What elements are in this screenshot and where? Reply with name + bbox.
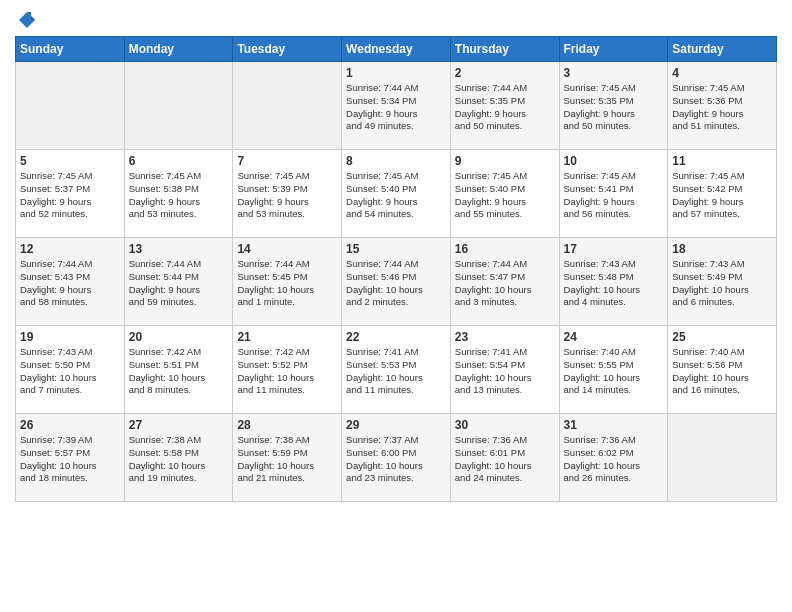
day-of-week-header: Sunday bbox=[16, 37, 125, 62]
day-info: Sunrise: 7:39 AM Sunset: 5:57 PM Dayligh… bbox=[20, 434, 120, 485]
day-number: 2 bbox=[455, 66, 555, 80]
calendar-cell: 22Sunrise: 7:41 AM Sunset: 5:53 PM Dayli… bbox=[342, 326, 451, 414]
day-info: Sunrise: 7:44 AM Sunset: 5:43 PM Dayligh… bbox=[20, 258, 120, 309]
calendar-cell: 10Sunrise: 7:45 AM Sunset: 5:41 PM Dayli… bbox=[559, 150, 668, 238]
page: SundayMondayTuesdayWednesdayThursdayFrid… bbox=[0, 0, 792, 612]
day-info: Sunrise: 7:45 AM Sunset: 5:40 PM Dayligh… bbox=[346, 170, 446, 221]
calendar-cell: 14Sunrise: 7:44 AM Sunset: 5:45 PM Dayli… bbox=[233, 238, 342, 326]
day-number: 14 bbox=[237, 242, 337, 256]
day-number: 28 bbox=[237, 418, 337, 432]
calendar-cell: 31Sunrise: 7:36 AM Sunset: 6:02 PM Dayli… bbox=[559, 414, 668, 502]
calendar-week-row: 26Sunrise: 7:39 AM Sunset: 5:57 PM Dayli… bbox=[16, 414, 777, 502]
header bbox=[15, 10, 777, 30]
day-number: 13 bbox=[129, 242, 229, 256]
day-number: 1 bbox=[346, 66, 446, 80]
calendar-header: SundayMondayTuesdayWednesdayThursdayFrid… bbox=[16, 37, 777, 62]
logo bbox=[15, 10, 37, 30]
day-of-week-header: Saturday bbox=[668, 37, 777, 62]
day-number: 4 bbox=[672, 66, 772, 80]
day-info: Sunrise: 7:38 AM Sunset: 5:59 PM Dayligh… bbox=[237, 434, 337, 485]
day-info: Sunrise: 7:36 AM Sunset: 6:01 PM Dayligh… bbox=[455, 434, 555, 485]
calendar-week-row: 12Sunrise: 7:44 AM Sunset: 5:43 PM Dayli… bbox=[16, 238, 777, 326]
calendar-cell: 25Sunrise: 7:40 AM Sunset: 5:56 PM Dayli… bbox=[668, 326, 777, 414]
day-number: 23 bbox=[455, 330, 555, 344]
day-info: Sunrise: 7:45 AM Sunset: 5:37 PM Dayligh… bbox=[20, 170, 120, 221]
day-number: 22 bbox=[346, 330, 446, 344]
day-number: 20 bbox=[129, 330, 229, 344]
calendar-cell: 23Sunrise: 7:41 AM Sunset: 5:54 PM Dayli… bbox=[450, 326, 559, 414]
day-info: Sunrise: 7:41 AM Sunset: 5:53 PM Dayligh… bbox=[346, 346, 446, 397]
day-of-week-header: Thursday bbox=[450, 37, 559, 62]
day-number: 8 bbox=[346, 154, 446, 168]
calendar-cell: 26Sunrise: 7:39 AM Sunset: 5:57 PM Dayli… bbox=[16, 414, 125, 502]
calendar-cell: 2Sunrise: 7:44 AM Sunset: 5:35 PM Daylig… bbox=[450, 62, 559, 150]
day-number: 19 bbox=[20, 330, 120, 344]
day-info: Sunrise: 7:41 AM Sunset: 5:54 PM Dayligh… bbox=[455, 346, 555, 397]
day-number: 26 bbox=[20, 418, 120, 432]
calendar-cell bbox=[16, 62, 125, 150]
calendar-cell: 3Sunrise: 7:45 AM Sunset: 5:35 PM Daylig… bbox=[559, 62, 668, 150]
calendar-cell: 30Sunrise: 7:36 AM Sunset: 6:01 PM Dayli… bbox=[450, 414, 559, 502]
calendar-cell: 5Sunrise: 7:45 AM Sunset: 5:37 PM Daylig… bbox=[16, 150, 125, 238]
day-number: 31 bbox=[564, 418, 664, 432]
day-info: Sunrise: 7:45 AM Sunset: 5:41 PM Dayligh… bbox=[564, 170, 664, 221]
day-number: 18 bbox=[672, 242, 772, 256]
logo-icon bbox=[17, 10, 37, 30]
day-number: 5 bbox=[20, 154, 120, 168]
calendar-body: 1Sunrise: 7:44 AM Sunset: 5:34 PM Daylig… bbox=[16, 62, 777, 502]
day-of-week-header: Friday bbox=[559, 37, 668, 62]
calendar-cell bbox=[668, 414, 777, 502]
calendar-week-row: 19Sunrise: 7:43 AM Sunset: 5:50 PM Dayli… bbox=[16, 326, 777, 414]
calendar-cell: 19Sunrise: 7:43 AM Sunset: 5:50 PM Dayli… bbox=[16, 326, 125, 414]
calendar-cell: 18Sunrise: 7:43 AM Sunset: 5:49 PM Dayli… bbox=[668, 238, 777, 326]
day-number: 9 bbox=[455, 154, 555, 168]
calendar-cell: 12Sunrise: 7:44 AM Sunset: 5:43 PM Dayli… bbox=[16, 238, 125, 326]
day-number: 15 bbox=[346, 242, 446, 256]
calendar-cell bbox=[124, 62, 233, 150]
day-info: Sunrise: 7:45 AM Sunset: 5:39 PM Dayligh… bbox=[237, 170, 337, 221]
day-info: Sunrise: 7:37 AM Sunset: 6:00 PM Dayligh… bbox=[346, 434, 446, 485]
day-of-week-header: Wednesday bbox=[342, 37, 451, 62]
day-number: 3 bbox=[564, 66, 664, 80]
calendar-table: SundayMondayTuesdayWednesdayThursdayFrid… bbox=[15, 36, 777, 502]
day-info: Sunrise: 7:44 AM Sunset: 5:47 PM Dayligh… bbox=[455, 258, 555, 309]
day-number: 27 bbox=[129, 418, 229, 432]
day-info: Sunrise: 7:43 AM Sunset: 5:48 PM Dayligh… bbox=[564, 258, 664, 309]
day-info: Sunrise: 7:44 AM Sunset: 5:46 PM Dayligh… bbox=[346, 258, 446, 309]
day-number: 30 bbox=[455, 418, 555, 432]
calendar-cell: 16Sunrise: 7:44 AM Sunset: 5:47 PM Dayli… bbox=[450, 238, 559, 326]
calendar-cell: 13Sunrise: 7:44 AM Sunset: 5:44 PM Dayli… bbox=[124, 238, 233, 326]
day-info: Sunrise: 7:40 AM Sunset: 5:56 PM Dayligh… bbox=[672, 346, 772, 397]
day-info: Sunrise: 7:45 AM Sunset: 5:38 PM Dayligh… bbox=[129, 170, 229, 221]
calendar-cell: 1Sunrise: 7:44 AM Sunset: 5:34 PM Daylig… bbox=[342, 62, 451, 150]
calendar-cell: 15Sunrise: 7:44 AM Sunset: 5:46 PM Dayli… bbox=[342, 238, 451, 326]
day-number: 24 bbox=[564, 330, 664, 344]
day-info: Sunrise: 7:36 AM Sunset: 6:02 PM Dayligh… bbox=[564, 434, 664, 485]
day-number: 17 bbox=[564, 242, 664, 256]
calendar-cell: 20Sunrise: 7:42 AM Sunset: 5:51 PM Dayli… bbox=[124, 326, 233, 414]
day-number: 11 bbox=[672, 154, 772, 168]
day-info: Sunrise: 7:42 AM Sunset: 5:52 PM Dayligh… bbox=[237, 346, 337, 397]
day-number: 25 bbox=[672, 330, 772, 344]
calendar-cell: 11Sunrise: 7:45 AM Sunset: 5:42 PM Dayli… bbox=[668, 150, 777, 238]
day-of-week-header: Tuesday bbox=[233, 37, 342, 62]
day-info: Sunrise: 7:44 AM Sunset: 5:35 PM Dayligh… bbox=[455, 82, 555, 133]
day-number: 6 bbox=[129, 154, 229, 168]
day-info: Sunrise: 7:42 AM Sunset: 5:51 PM Dayligh… bbox=[129, 346, 229, 397]
day-info: Sunrise: 7:38 AM Sunset: 5:58 PM Dayligh… bbox=[129, 434, 229, 485]
calendar-cell: 21Sunrise: 7:42 AM Sunset: 5:52 PM Dayli… bbox=[233, 326, 342, 414]
day-of-week-header: Monday bbox=[124, 37, 233, 62]
day-info: Sunrise: 7:45 AM Sunset: 5:35 PM Dayligh… bbox=[564, 82, 664, 133]
day-number: 21 bbox=[237, 330, 337, 344]
calendar-cell: 17Sunrise: 7:43 AM Sunset: 5:48 PM Dayli… bbox=[559, 238, 668, 326]
day-info: Sunrise: 7:44 AM Sunset: 5:44 PM Dayligh… bbox=[129, 258, 229, 309]
calendar-week-row: 5Sunrise: 7:45 AM Sunset: 5:37 PM Daylig… bbox=[16, 150, 777, 238]
calendar-cell: 9Sunrise: 7:45 AM Sunset: 5:40 PM Daylig… bbox=[450, 150, 559, 238]
day-info: Sunrise: 7:40 AM Sunset: 5:55 PM Dayligh… bbox=[564, 346, 664, 397]
day-number: 16 bbox=[455, 242, 555, 256]
calendar-week-row: 1Sunrise: 7:44 AM Sunset: 5:34 PM Daylig… bbox=[16, 62, 777, 150]
calendar-cell: 29Sunrise: 7:37 AM Sunset: 6:00 PM Dayli… bbox=[342, 414, 451, 502]
day-info: Sunrise: 7:43 AM Sunset: 5:50 PM Dayligh… bbox=[20, 346, 120, 397]
calendar-cell: 7Sunrise: 7:45 AM Sunset: 5:39 PM Daylig… bbox=[233, 150, 342, 238]
day-info: Sunrise: 7:44 AM Sunset: 5:45 PM Dayligh… bbox=[237, 258, 337, 309]
